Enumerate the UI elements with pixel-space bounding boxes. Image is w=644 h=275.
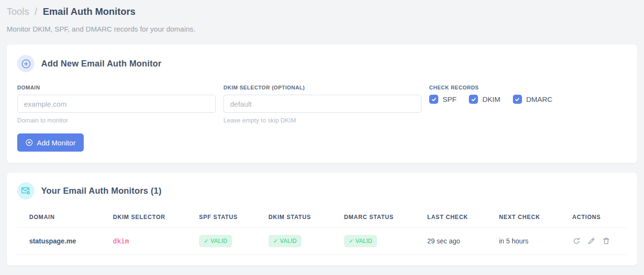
dkim-selector-helper-text: Leave empty to skip DKIM: [223, 117, 422, 124]
dmarc-status-badge: ✓ VALID: [344, 235, 377, 247]
page-subtitle: Monitor DKIM, SPF, and DMARC records for…: [7, 25, 636, 33]
monitors-card-header: Your Email Auth Monitors (1): [17, 182, 627, 199]
table-row: statuspage.me dkim ✓ VALID ✓ VALID ✓ VAL…: [17, 228, 627, 255]
refresh-icon[interactable]: [572, 237, 581, 245]
spf-status-badge: ✓ VALID: [199, 235, 232, 247]
checkbox-checked-icon: [469, 95, 478, 104]
check-records-label: CHECK RECORDS: [429, 85, 627, 90]
col-header-dkim-selector: DKIM SELECTOR: [113, 211, 199, 228]
col-header-actions: ACTIONS: [572, 211, 627, 228]
check-records-options: SPF DKIM DMARC: [429, 95, 627, 104]
domain-label: DOMAIN: [17, 85, 216, 90]
dkim-checkbox[interactable]: DKIM: [469, 95, 500, 104]
spf-checkbox-label: SPF: [443, 95, 456, 103]
monitor-last-check: 29 sec ago: [427, 228, 499, 255]
col-header-next-check: NEXT CHECK: [499, 211, 572, 228]
trash-icon[interactable]: [602, 237, 611, 245]
checkbox-checked-icon: [513, 95, 522, 104]
spf-checkbox[interactable]: SPF: [429, 95, 456, 104]
domain-helper-text: Domain to monitor: [17, 117, 216, 124]
monitor-dkim-selector: dkim: [113, 237, 129, 245]
monitors-table: DOMAIN DKIM SELECTOR SPF STATUS DKIM STA…: [17, 211, 627, 255]
monitors-card-title: Your Email Auth Monitors (1): [41, 186, 162, 196]
email-auth-monitors-page: Tools / Email Auth Monitors Monitor DKIM…: [0, 0, 644, 275]
add-monitor-card: Add New Email Auth Monitor DOMAIN Domain…: [7, 44, 637, 163]
breadcrumb: Tools / Email Auth Monitors: [7, 6, 636, 17]
table-header-row: DOMAIN DKIM SELECTOR SPF STATUS DKIM STA…: [17, 211, 627, 228]
dmarc-checkbox[interactable]: DMARC: [513, 95, 553, 104]
page-header: Tools / Email Auth Monitors Monitor DKIM…: [0, 0, 644, 33]
add-monitor-button[interactable]: Add Monitor: [17, 133, 84, 152]
domain-field-group: DOMAIN Domain to monitor: [17, 85, 216, 124]
dkim-checkbox-label: DKIM: [482, 95, 500, 103]
monitor-domain: statuspage.me: [17, 228, 113, 255]
page-title: Email Auth Monitors: [43, 6, 135, 17]
row-actions: [572, 237, 624, 245]
dkim-selector-input[interactable]: [223, 95, 422, 113]
add-monitor-card-header: Add New Email Auth Monitor: [17, 55, 627, 72]
plus-circle-icon: [25, 139, 33, 146]
col-header-last-check: LAST CHECK: [427, 211, 499, 228]
add-monitor-card-title: Add New Email Auth Monitor: [41, 59, 162, 69]
envelope-check-icon: [17, 182, 34, 199]
breadcrumb-tools-link[interactable]: Tools: [7, 6, 29, 17]
dkim-status-badge: ✓ VALID: [268, 235, 301, 247]
add-monitor-button-label: Add Monitor: [37, 139, 76, 147]
checkbox-checked-icon: [429, 95, 438, 104]
dkim-selector-field-group: DKIM SELECTOR (OPTIONAL) Leave empty to …: [223, 85, 422, 124]
check-records-group: CHECK RECORDS SPF DKIM: [429, 85, 627, 104]
add-monitor-form: DOMAIN Domain to monitor DKIM SELECTOR (…: [17, 85, 627, 124]
col-header-domain: DOMAIN: [17, 211, 113, 228]
col-header-spf-status: SPF STATUS: [199, 211, 268, 228]
breadcrumb-separator: /: [34, 6, 37, 17]
plus-circle-icon: [17, 55, 34, 72]
edit-pencil-icon[interactable]: [587, 237, 596, 245]
monitors-card: Your Email Auth Monitors (1) DOMAIN DKIM…: [7, 173, 637, 265]
dkim-selector-label: DKIM SELECTOR (OPTIONAL): [223, 85, 422, 90]
dmarc-checkbox-label: DMARC: [526, 95, 553, 103]
col-header-dkim-status: DKIM STATUS: [268, 211, 344, 228]
col-header-dmarc-status: DMARC STATUS: [344, 211, 427, 228]
domain-input[interactable]: [17, 95, 216, 113]
monitor-next-check: in 5 hours: [499, 228, 572, 255]
